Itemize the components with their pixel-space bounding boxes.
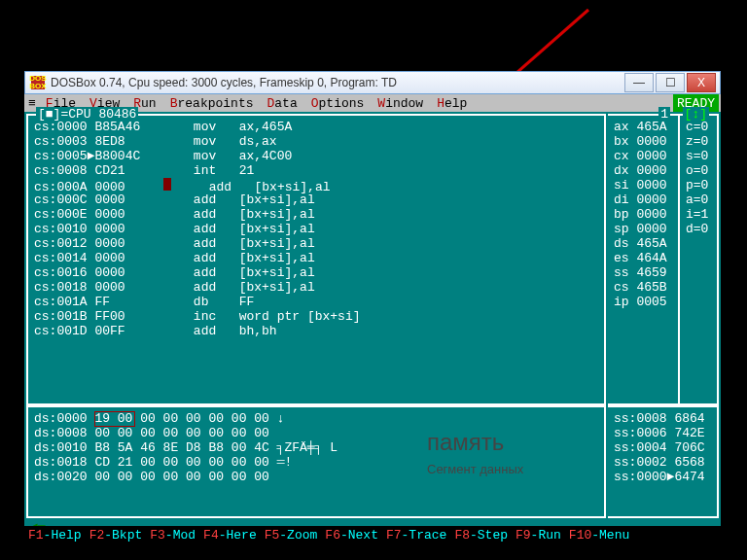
dump-row[interactable]: ds:0010 B8 5A 46 8E D8 B8 00 4C ╕ZFÄ╪╕ L: [34, 440, 598, 455]
dosbox-icon: DOS BOX: [31, 76, 45, 89]
asm-row[interactable]: cs:001B FF00 inc word ptr [bx+si]: [34, 309, 598, 324]
reg-cx[interactable]: cx 0000: [614, 149, 672, 163]
reg-si[interactable]: si 0000: [614, 178, 672, 192]
asm-row[interactable]: cs:0010 0000 add [bx+si],al: [34, 222, 598, 236]
asm-row[interactable]: cs:0016 0000 add [bx+si],al: [34, 265, 598, 280]
flags-pane[interactable]: [↕] c=0z=0s=0o=0p=0a=0i=1d=0: [680, 114, 719, 405]
flag-p[interactable]: p=0: [686, 178, 711, 192]
menu-window[interactable]: Window: [377, 96, 423, 111]
reg-es[interactable]: es 464A: [614, 251, 672, 265]
fkey-F6[interactable]: F6-Next: [325, 528, 378, 542]
fkey-F2[interactable]: F2-Bkpt: [89, 528, 143, 542]
flag-a[interactable]: a=0: [686, 192, 711, 207]
stack-row[interactable]: ss:0000►6474: [614, 470, 711, 484]
asm-row[interactable]: cs:0018 0000 add [bx+si],al: [34, 280, 598, 295]
registers-pane[interactable]: 1 ax 465Abx 0000cx 0000dx 0000si 0000di …: [608, 114, 680, 405]
flags-pane-scroll-icon[interactable]: [↕]: [683, 107, 709, 122]
menu-data[interactable]: Data: [267, 96, 298, 111]
asm-row[interactable]: cs:0014 0000 add [bx+si],al: [34, 251, 598, 265]
stack-row[interactable]: ss:0008 6864: [614, 411, 711, 426]
reg-ds[interactable]: ds 465A: [614, 236, 672, 251]
terminal: ≡ FileViewRunBreakpointsDataOptionsWindo…: [24, 94, 721, 543]
cpu-pane[interactable]: [■]=CPU 80486 cs:0000 B85A46 mov ax,465A…: [26, 114, 606, 405]
fkey-F4[interactable]: F4-Here: [203, 528, 257, 542]
fkey-F8[interactable]: F8-Step: [454, 528, 508, 542]
asm-row[interactable]: cs:001A FF db FF: [34, 295, 598, 309]
reg-dx[interactable]: dx 0000: [614, 163, 672, 178]
dump-pane[interactable]: ds:0000 19 00 00 00 00 00 00 00 ↓ds:0008…: [26, 405, 606, 518]
flag-d[interactable]: d=0: [686, 222, 711, 236]
cpu-pane-num: 1: [658, 107, 670, 122]
asm-row[interactable]: cs:001D 00FF add bh,bh: [34, 324, 598, 338]
flag-c[interactable]: c=0: [686, 120, 711, 134]
menu-breakpoints[interactable]: Breakpoints: [170, 96, 254, 111]
flag-i[interactable]: i=1: [686, 207, 711, 222]
asm-row[interactable]: cs:0005►B8004C mov ax,4C00: [34, 149, 598, 163]
menu-options[interactable]: Options: [311, 96, 365, 111]
flag-o[interactable]: o=0: [686, 163, 711, 178]
reg-ax[interactable]: ax 465A: [614, 120, 672, 134]
stack-pane[interactable]: ss:0008 6864ss:0006 742Ess:0004 706Css:0…: [608, 405, 719, 518]
dump-row[interactable]: ds:0008 00 00 00 00 00 00 00 00: [34, 426, 598, 440]
asm-row[interactable]: cs:0000 B85A46 mov ax,465A: [34, 120, 598, 134]
window-title: DOSBox 0.74, Cpu speed: 3000 cycles, Fra…: [51, 76, 397, 90]
asm-row[interactable]: cs:000C 0000 add [bx+si],al: [34, 192, 598, 207]
fkey-F9[interactable]: F9-Run: [516, 528, 561, 542]
cursor: [163, 178, 171, 191]
stack-row[interactable]: ss:0002 6568: [614, 455, 711, 470]
maximize-button[interactable]: ☐: [656, 73, 685, 92]
fkey-F7[interactable]: F7-Trace: [386, 528, 446, 542]
asm-row[interactable]: cs:0008 CD21 int 21: [34, 163, 598, 178]
reg-di[interactable]: di 0000: [614, 192, 672, 207]
reg-ss[interactable]: ss 4659: [614, 265, 672, 280]
fkey-F5[interactable]: F5-Zoom: [265, 528, 318, 542]
reg-cs[interactable]: cs 465B: [614, 280, 672, 295]
flag-z[interactable]: z=0: [686, 134, 711, 149]
dump-row[interactable]: ds:0000 19 00 00 00 00 00 00 00 ↓: [34, 411, 598, 426]
minimize-button[interactable]: —: [624, 73, 654, 92]
close-button[interactable]: X: [687, 73, 716, 92]
function-key-bar: F1-HelpF2-BkptF3-ModF4-HereF5-ZoomF6-Nex…: [24, 526, 725, 543]
menu-burger-icon[interactable]: ≡: [28, 96, 36, 111]
menu-help[interactable]: Help: [437, 96, 467, 111]
reg-bx[interactable]: bx 0000: [614, 134, 672, 149]
fkey-F10[interactable]: F10-Menu: [569, 528, 629, 542]
reg-sp[interactable]: sp 0000: [614, 222, 672, 236]
flag-s[interactable]: s=0: [686, 149, 711, 163]
annot-segment: Сегмент данных: [427, 462, 523, 476]
stack-row[interactable]: ss:0006 742E: [614, 426, 711, 440]
asm-row[interactable]: cs:0012 0000 add [bx+si],al: [34, 236, 598, 251]
reg-bp[interactable]: bp 0000: [614, 207, 672, 222]
cpu-pane-title: [■]=CPU 80486: [36, 107, 138, 122]
asm-row[interactable]: cs:0003 8ED8 mov ds,ax: [34, 134, 598, 149]
reg-ip[interactable]: ip 0005: [614, 295, 672, 309]
fkey-F1[interactable]: F1-Help: [28, 528, 82, 542]
stack-row[interactable]: ss:0004 706C: [614, 440, 711, 455]
titlebar[interactable]: DOS BOX DOSBox 0.74, Cpu speed: 3000 cyc…: [24, 71, 721, 94]
annot-memory: память: [427, 435, 504, 449]
fkey-F3[interactable]: F3-Mod: [150, 528, 196, 542]
asm-row[interactable]: cs:000E 0000 add [bx+si],al: [34, 207, 598, 222]
asm-row[interactable]: cs:000A 0000 add [bx+si],al: [34, 178, 598, 192]
